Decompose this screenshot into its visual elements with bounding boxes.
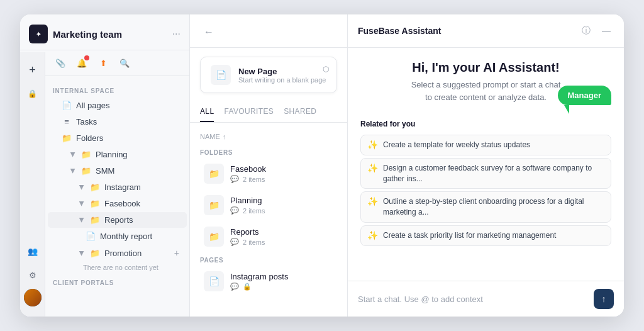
new-page-title: New Page <box>238 67 326 76</box>
chevron-icon: ▶ <box>70 152 77 157</box>
back-button[interactable]: ← <box>200 23 218 41</box>
suggestion-item-2[interactable]: ✨ Outline a step-by-step client onboardi… <box>360 191 611 223</box>
sidebar-item-instagram[interactable]: ▶ 📁 Instagram <box>48 179 187 195</box>
folder-icon: 📁 <box>204 195 224 215</box>
new-page-text: New Page Start writing on a blank page <box>238 67 326 84</box>
lock-icon[interactable]: 🔒 <box>23 84 43 104</box>
sidebar-item-promotion[interactable]: ▶ 📁 Promotion + <box>48 245 187 261</box>
folder-meta: 💬 2 items <box>230 175 333 183</box>
search-icon[interactable]: 🔍 <box>116 54 133 72</box>
ai-header-icons: ⓘ — <box>579 23 614 38</box>
sidebar-logo: ✦ <box>29 25 48 43</box>
sort-label: NAME <box>200 133 220 140</box>
related-section: Related for you ✨ Create a template for … <box>360 120 611 249</box>
page-icon: 📄 <box>62 101 72 110</box>
all-pages-label: All pages <box>76 101 179 110</box>
sidebar-item-all-pages[interactable]: 📄 All pages <box>48 98 187 113</box>
users-icon[interactable]: 👥 <box>23 241 43 261</box>
lock-icon: 🔒 <box>243 283 252 291</box>
settings-icon[interactable]: ⚙ <box>23 265 43 285</box>
add-button[interactable]: + <box>23 60 43 80</box>
planning-label: Planning <box>96 150 179 159</box>
info-button[interactable]: ⓘ <box>579 23 594 38</box>
ai-chat-input[interactable] <box>358 295 587 304</box>
tab-all[interactable]: ALL <box>200 102 214 122</box>
app-window: ✦ Marketing team ··· + 🔒 👥 ⚙ 📎 🔔 ⬆ 🔍 <box>20 14 624 317</box>
sidebar-item-tasks[interactable]: ≡ Tasks <box>48 114 187 130</box>
sidebar-item-smm[interactable]: ▶ 📁 SMM <box>48 163 187 179</box>
tasks-label: Tasks <box>76 117 179 126</box>
sidebar-item-folders[interactable]: 📁 Folders <box>48 130 187 146</box>
chevron-icon: ▶ <box>79 201 86 206</box>
sidebar-item-monthly-report[interactable]: 📄 Monthly report <box>48 228 187 244</box>
add-item-button[interactable]: + <box>174 248 179 258</box>
avatar[interactable] <box>24 289 42 306</box>
folder-row-reports[interactable]: 📁 Reports 💬 2 items <box>200 222 337 252</box>
folder-row-planning[interactable]: 📁 Planning 💬 2 items <box>200 190 337 220</box>
main-content: ← 📄 New Page Start writing on a blank pa… <box>190 14 347 317</box>
folder-info: Reports 💬 2 items <box>230 227 333 246</box>
sidebar-item-planning[interactable]: ▶ 📁 Planning <box>48 147 187 162</box>
sidebar-nav: INTERNAL SPACE 📄 All pages ≡ Tasks 📁 Fol… <box>45 76 189 317</box>
content-list: NAME ↑ FOLDERS 📁 Fasebook 💬 2 items 📁 Pl… <box>190 123 347 317</box>
tasks-icon: ≡ <box>62 117 72 126</box>
star-icon: ✨ <box>367 163 378 173</box>
suggestion-text: Outline a step-by-step client onboarding… <box>383 196 604 218</box>
ai-body: Hi, I'm your AI Assistant! Select a sugg… <box>348 48 624 281</box>
notification-badge <box>84 55 89 60</box>
ai-header: FuseBase Assistant ⓘ — <box>348 14 624 48</box>
sidebar-title: Marketing team <box>53 29 167 40</box>
new-page-icon: 📄 <box>211 65 231 85</box>
manager-bubble[interactable]: Manager <box>558 86 611 105</box>
folder-icon: 📁 <box>204 227 224 247</box>
close-button[interactable]: — <box>599 23 614 38</box>
sort-header[interactable]: NAME ↑ <box>200 129 337 144</box>
sidebar-more-button[interactable]: ··· <box>172 28 180 40</box>
comment-icon: 💬 <box>230 206 239 215</box>
folder-name: Fasebook <box>230 164 333 174</box>
folder-items: 2 items <box>243 207 265 215</box>
star-icon: ✨ <box>367 230 378 240</box>
client-portals-label: CLIENT PORTALS <box>45 273 189 289</box>
ai-panel: FuseBase Assistant ⓘ — Hi, I'm your AI A… <box>347 14 624 317</box>
notifications-icon[interactable]: 🔔 <box>73 54 91 72</box>
comment-icon: 💬 <box>230 175 239 183</box>
sidebar-toolbar: 📎 🔔 ⬆ 🔍 <box>45 50 189 76</box>
tab-shared[interactable]: SHARED <box>284 102 316 122</box>
ai-greeting-title: Hi, I'm your AI Assistant! <box>411 60 561 75</box>
ai-send-button[interactable]: ↑ <box>594 289 614 309</box>
comment-icon: 💬 <box>230 238 239 246</box>
suggestion-item-3[interactable]: ✨ Create a task priority list for market… <box>360 225 611 246</box>
internal-space-label: INTERNAL SPACE <box>45 81 189 97</box>
pages-section-label: PAGES <box>200 257 337 264</box>
suggestion-item-1[interactable]: ✨ Design a customer feedback survey for … <box>360 158 611 189</box>
folder-icon: 📁 <box>90 215 100 225</box>
smm-label: SMM <box>96 166 179 176</box>
sidebar-item-reports[interactable]: ▶ 📁 Reports <box>48 212 187 228</box>
share-icon[interactable]: ⬆ <box>94 54 112 72</box>
attach-icon[interactable]: 📎 <box>52 54 69 72</box>
page-meta: 💬 🔒 <box>230 283 333 291</box>
folder-icon: 📁 <box>81 166 91 176</box>
new-page-card[interactable]: 📄 New Page Start writing on a blank page… <box>200 57 337 93</box>
sidebar-item-fasebook[interactable]: ▶ 📁 Fasebook <box>48 196 187 211</box>
promotion-label: Promotion <box>104 249 170 258</box>
folder-meta: 💬 2 items <box>230 238 333 246</box>
star-icon: ✨ <box>367 140 378 150</box>
page-row-instagram[interactable]: 📄 Instagram posts 💬 🔒 <box>200 266 337 296</box>
ai-title: FuseBase Assistant <box>358 26 441 36</box>
folder-items: 2 items <box>243 176 265 183</box>
folder-row-fasebook[interactable]: 📁 Fasebook 💬 2 items <box>200 159 337 189</box>
send-icon: ↑ <box>602 294 606 304</box>
star-icon: ✨ <box>367 196 378 206</box>
folder-icon: 📁 <box>90 182 100 192</box>
manager-label: Manager <box>568 91 601 100</box>
corner-icon: ⬡ <box>323 65 329 74</box>
folder-icon: 📁 <box>90 199 100 208</box>
tab-favourites[interactable]: FAVOURITES <box>224 102 274 122</box>
sidebar: ✦ Marketing team ··· + 🔒 👥 ⚙ 📎 🔔 ⬆ 🔍 <box>20 14 190 317</box>
suggestion-text: Create a template for weekly status upda… <box>383 140 530 150</box>
suggestion-item-0[interactable]: ✨ Create a template for weekly status up… <box>360 135 611 155</box>
folder-info: Planning 💬 2 items <box>230 196 333 215</box>
folder-icon: 📁 <box>81 150 91 159</box>
